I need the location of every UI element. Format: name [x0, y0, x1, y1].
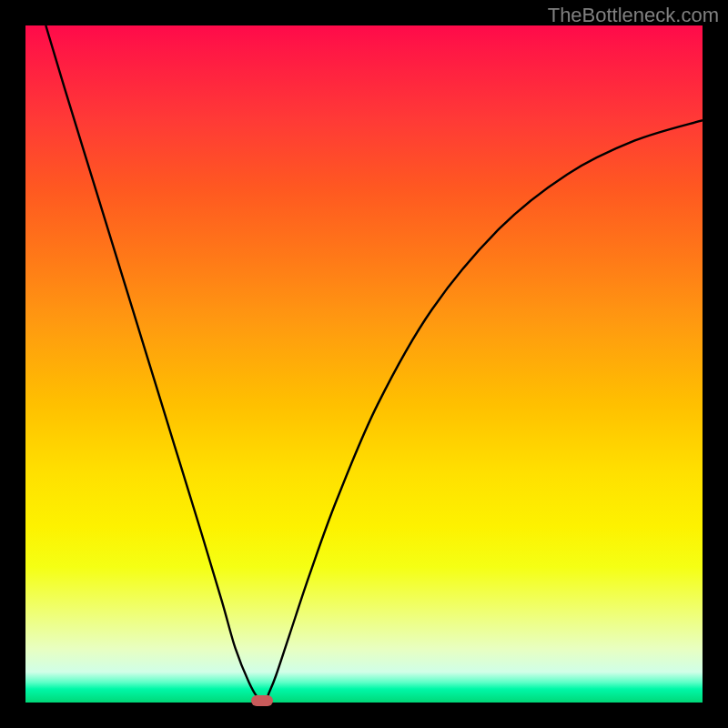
watermark-text: TheBottleneck.com [548, 4, 719, 27]
plot-area [25, 25, 703, 703]
curve-svg [25, 25, 703, 703]
min-marker [251, 695, 273, 706]
bottleneck-curve [46, 25, 703, 701]
